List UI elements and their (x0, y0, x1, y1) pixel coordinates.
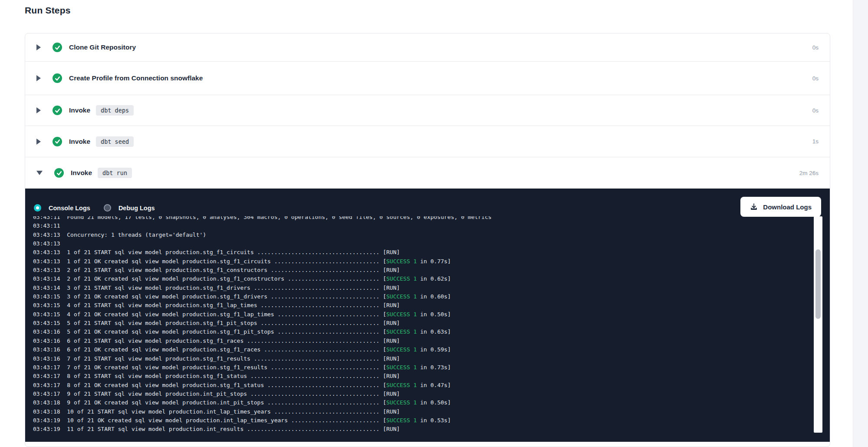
step-label: Invoke (71, 169, 92, 177)
radio-unselected-icon[interactable] (104, 204, 111, 212)
log-lines: 03:43:11 Found 21 models, 17 tests, 0 sn… (33, 216, 812, 434)
run-step-row-dbt-run[interactable]: Invokedbt run2m 26s (25, 157, 830, 189)
download-icon (750, 203, 758, 211)
console-logs-label: Console Logs (49, 205, 90, 212)
log-line: 03:43:18 9 of 21 OK created sql view mod… (33, 398, 812, 407)
log-line: 03:43:11 (33, 222, 812, 230)
step-duration: 0s (812, 44, 819, 51)
run-step-row-dbt-seed[interactable]: Invokedbt seed1s (25, 126, 830, 157)
log-line: 03:43:14 2 of 21 OK created sql view mod… (33, 275, 812, 283)
log-line: 03:43:15 4 of 21 OK created sql view mod… (33, 310, 812, 319)
log-line: 03:43:17 7 of 21 OK created sql view mod… (33, 363, 812, 372)
step-command-badge: dbt seed (96, 136, 134, 147)
log-line: 03:43:15 3 of 21 OK created sql view mod… (33, 292, 812, 301)
page-title: Run Steps (25, 5, 71, 16)
log-scrollbar-track[interactable] (814, 216, 822, 433)
log-line: 03:43:17 9 of 21 START sql view model pr… (33, 390, 812, 398)
step-label: Clone Git Repository (69, 43, 136, 51)
log-line: 03:43:14 3 of 21 START sql view model pr… (33, 284, 812, 292)
log-panel: Console Logs Debug Logs Download Logs 03… (25, 189, 830, 442)
log-line: 03:43:17 8 of 21 OK created sql view mod… (33, 381, 812, 390)
log-line: 03:43:15 5 of 21 START sql view model pr… (33, 319, 812, 328)
log-line: 03:43:13 1 of 21 OK created sql view mod… (33, 257, 812, 266)
log-line: 03:43:19 11 of 21 START sql view model p… (33, 425, 812, 434)
step-label: Create Profile from Connection snowflake (69, 74, 203, 82)
step-duration: 2m 26s (799, 170, 819, 176)
log-line: 03:43:13 (33, 239, 812, 248)
step-duration: 1s (812, 138, 819, 145)
log-line: 03:43:11 Found 21 models, 17 tests, 0 sn… (33, 216, 812, 222)
radio-selected-icon[interactable] (34, 204, 41, 212)
step-duration: 0s (812, 107, 819, 114)
success-check-icon (53, 73, 62, 83)
run-steps-card: Clone Git Repository0sCreate Profile fro… (25, 33, 830, 447)
console-logs-radio[interactable]: Console Logs (34, 204, 90, 212)
download-logs-button[interactable]: Download Logs (740, 197, 821, 217)
success-check-icon (53, 106, 62, 115)
log-line: 03:43:19 10 of 21 OK created sql view mo… (33, 416, 812, 425)
log-line: 03:43:18 10 of 21 START sql view model p… (33, 407, 812, 416)
log-line: 03:43:15 4 of 21 START sql view model pr… (33, 301, 812, 310)
run-step-row-dbt-deps[interactable]: Invokedbt deps0s (25, 95, 830, 126)
log-line: 03:43:17 8 of 21 START sql view model pr… (33, 372, 812, 381)
debug-logs-label: Debug Logs (118, 205, 155, 212)
step-label: Invoke (69, 106, 90, 114)
step-command-badge: dbt deps (96, 105, 134, 116)
chevron-right-icon (36, 139, 41, 145)
log-type-toolbar: Console Logs Debug Logs (34, 204, 155, 212)
success-check-icon (54, 168, 64, 178)
debug-logs-radio[interactable]: Debug Logs (104, 204, 155, 212)
step-duration: 0s (812, 75, 819, 82)
chevron-right-icon (36, 44, 41, 50)
log-line: 03:43:16 5 of 21 OK created sql view mod… (33, 328, 812, 336)
success-check-icon (53, 43, 62, 52)
download-logs-label: Download Logs (763, 203, 812, 211)
run-step-row-create-profile-from-connection-snowflake[interactable]: Create Profile from Connection snowflake… (25, 61, 830, 95)
log-line: 03:43:13 1 of 21 START sql view model pr… (33, 248, 812, 257)
run-step-row-clone-git-repository[interactable]: Clone Git Repository0s (25, 33, 830, 61)
step-label: Invoke (69, 138, 90, 146)
steps-list: Clone Git Repository0sCreate Profile fro… (25, 33, 830, 189)
success-check-icon (53, 137, 62, 146)
log-line: 03:43:16 6 of 21 OK created sql view mod… (33, 345, 812, 354)
log-line: 03:43:16 7 of 21 START sql view model pr… (33, 354, 812, 363)
chevron-right-icon (36, 75, 41, 81)
console-log-output: 03:43:11 Found 21 models, 17 tests, 0 sn… (33, 216, 812, 442)
log-line: 03:43:16 6 of 21 START sql view model pr… (33, 337, 812, 345)
log-line: 03:43:13 Concurrency: 1 threads (target=… (33, 231, 812, 239)
chevron-down-icon (36, 171, 43, 175)
log-line: 03:43:13 2 of 21 START sql view model pr… (33, 266, 812, 275)
step-command-badge: dbt run (98, 168, 132, 178)
page-background-strip (853, 0, 868, 447)
log-scrollbar-thumb[interactable] (815, 249, 821, 319)
run-steps-page: Run Steps Clone Git Repository0sCreate P… (0, 0, 868, 447)
chevron-right-icon (36, 107, 41, 113)
